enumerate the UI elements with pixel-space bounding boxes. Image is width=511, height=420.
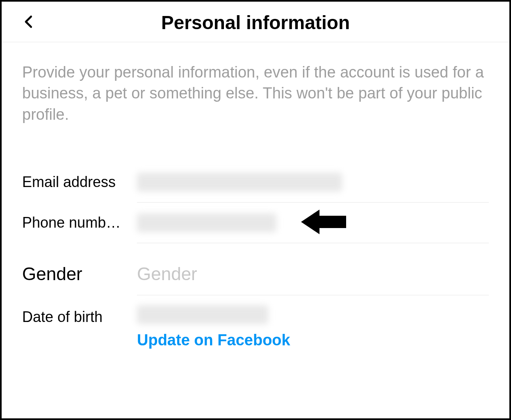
phone-value-redacted <box>137 213 276 232</box>
email-label: Email address <box>22 173 137 191</box>
update-facebook-link[interactable]: Update on Facebook <box>137 331 290 349</box>
email-row[interactable]: Email address <box>22 162 489 203</box>
dob-label: Date of birth <box>22 305 137 326</box>
email-value-area <box>137 162 489 203</box>
gender-value-area: Gender <box>137 253 489 295</box>
gender-placeholder: Gender <box>137 264 197 284</box>
dob-values: Update on Facebook <box>137 305 290 349</box>
header: Personal information <box>2 2 509 42</box>
content-area: Provide your personal information, even … <box>2 42 509 418</box>
dob-section: Date of birth Update on Facebook <box>22 305 489 349</box>
phone-label: Phone numb… <box>22 214 137 231</box>
gender-label: Gender <box>22 264 137 284</box>
back-button[interactable] <box>21 14 37 31</box>
page-title: Personal information <box>18 11 493 34</box>
phone-value-area <box>137 203 489 243</box>
dob-value-redacted <box>137 305 268 324</box>
email-value-redacted <box>137 173 342 192</box>
chevron-left-icon <box>21 14 37 30</box>
personal-info-screen: Personal information Provide your person… <box>0 0 511 420</box>
phone-row[interactable]: Phone numb… <box>22 203 489 243</box>
gender-row[interactable]: Gender Gender <box>22 253 489 295</box>
description-text: Provide your personal information, even … <box>22 62 489 125</box>
